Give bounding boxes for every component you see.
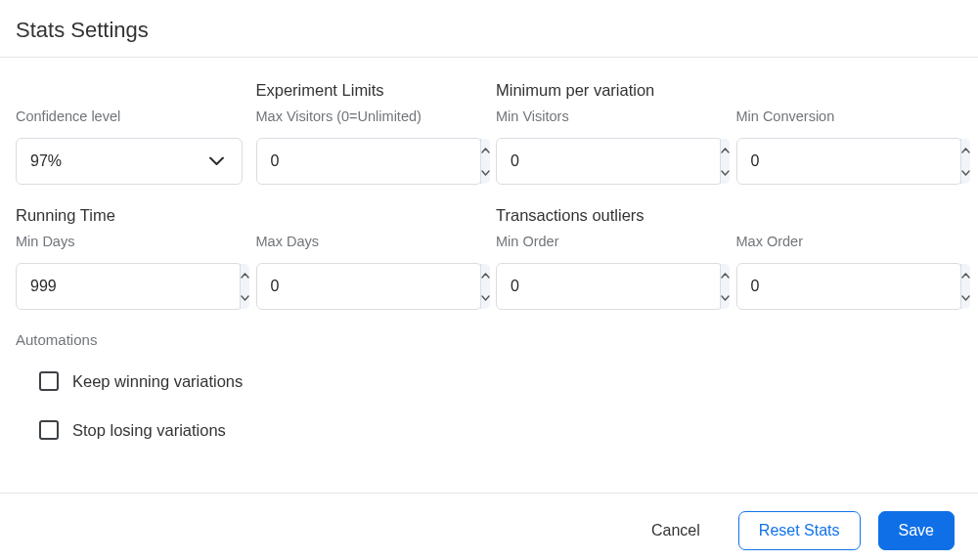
step-up-icon[interactable]	[961, 139, 970, 161]
min-per-variation-section: Minimum per variation	[496, 81, 723, 103]
confidence-value[interactable]	[17, 139, 242, 184]
stop-losing-label: Stop losing variations	[72, 421, 226, 440]
section-placeholder	[16, 81, 243, 103]
stepper-buttons	[240, 264, 249, 309]
section-placeholder	[736, 81, 963, 103]
min-conversion-label: Min Conversion	[736, 108, 963, 128]
min-order-label: Min Order	[496, 234, 723, 253]
max-days-input[interactable]	[257, 264, 480, 309]
stepper-buttons	[960, 264, 970, 309]
stepper-buttons	[480, 139, 490, 184]
max-order-input[interactable]	[737, 264, 960, 309]
min-order-input[interactable]	[497, 264, 720, 309]
min-visitors-stepper[interactable]	[496, 138, 723, 185]
col-min-visitors: Minimum per variation Min Visitors	[496, 81, 723, 185]
col-max-visitors: Experiment Limits Max Visitors (0=Unlimi…	[256, 81, 483, 185]
min-days-input[interactable]	[17, 264, 240, 309]
automations-section: Automations Keep winning variations Stop…	[16, 331, 962, 440]
step-up-icon[interactable]	[721, 139, 730, 161]
step-down-icon[interactable]	[481, 161, 490, 184]
stepper-buttons	[480, 264, 490, 309]
min-conversion-input[interactable]	[737, 139, 960, 184]
min-days-stepper[interactable]	[16, 263, 243, 310]
form-area: Confidence level Experiment Limits Max V…	[16, 58, 962, 487]
running-time-section: Running Time	[16, 206, 243, 228]
col-min-conversion: Min Conversion	[736, 81, 963, 185]
reset-stats-button[interactable]: Reset Stats	[738, 511, 861, 550]
step-down-icon[interactable]	[961, 161, 970, 184]
stepper-buttons	[720, 139, 730, 184]
keep-winning-checkbox[interactable]: Keep winning variations	[39, 371, 962, 391]
experiment-limits-section: Experiment Limits	[256, 81, 483, 103]
col-max-order: Max Order	[736, 206, 963, 310]
confidence-select[interactable]	[16, 138, 243, 185]
step-down-icon[interactable]	[721, 161, 730, 184]
page-title: Stats Settings	[16, 18, 962, 43]
step-down-icon[interactable]	[481, 286, 490, 309]
min-visitors-label: Min Visitors	[496, 108, 723, 128]
step-down-icon[interactable]	[721, 286, 730, 309]
step-up-icon[interactable]	[481, 139, 490, 161]
col-max-days: Max Days	[256, 206, 483, 310]
min-days-label: Min Days	[16, 234, 243, 253]
min-visitors-input[interactable]	[497, 139, 720, 184]
step-down-icon[interactable]	[961, 286, 970, 309]
stepper-buttons	[720, 264, 730, 309]
keep-winning-label: Keep winning variations	[72, 372, 243, 391]
max-visitors-input[interactable]	[257, 139, 480, 184]
confidence-label: Confidence level	[16, 108, 243, 128]
step-up-icon[interactable]	[481, 264, 490, 286]
step-up-icon[interactable]	[961, 264, 970, 286]
step-down-icon[interactable]	[241, 286, 249, 309]
min-order-stepper[interactable]	[496, 263, 723, 310]
max-days-label: Max Days	[256, 234, 483, 253]
transactions-outliers-section: Transactions outliers	[496, 206, 723, 228]
automations-title: Automations	[16, 331, 962, 348]
footer: Cancel Reset Stats Save	[0, 493, 978, 560]
col-min-days: Running Time Min Days	[16, 206, 243, 310]
max-days-stepper[interactable]	[256, 263, 483, 310]
stop-losing-checkbox[interactable]: Stop losing variations	[39, 420, 962, 440]
stepper-buttons	[960, 139, 970, 184]
min-conversion-stepper[interactable]	[736, 138, 963, 185]
max-order-label: Max Order	[736, 234, 963, 253]
step-up-icon[interactable]	[241, 264, 249, 286]
max-order-stepper[interactable]	[736, 263, 963, 310]
row-2: Running Time Min Days Max Days	[16, 206, 962, 310]
row-1: Confidence level Experiment Limits Max V…	[16, 81, 962, 185]
max-visitors-stepper[interactable]	[256, 138, 483, 185]
col-min-order: Transactions outliers Min Order	[496, 206, 723, 310]
max-visitors-label: Max Visitors (0=Unlimited)	[256, 108, 483, 128]
col-confidence: Confidence level	[16, 81, 243, 185]
checkbox-icon[interactable]	[39, 371, 59, 391]
checkbox-icon[interactable]	[39, 420, 59, 440]
section-placeholder	[736, 206, 963, 228]
step-up-icon[interactable]	[721, 264, 730, 286]
save-button[interactable]: Save	[878, 511, 955, 550]
cancel-button[interactable]: Cancel	[631, 511, 721, 550]
section-placeholder	[256, 206, 483, 228]
